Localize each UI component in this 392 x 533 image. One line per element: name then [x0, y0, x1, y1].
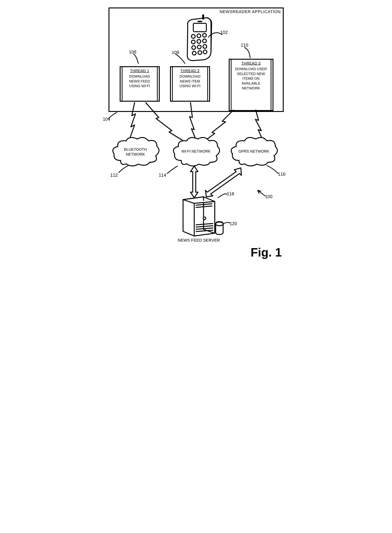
- diagram-canvas: NEWSREADER APPLICATION: [103, 6, 289, 259]
- server-label: NEWS FEED SERVER: [177, 238, 220, 243]
- server-icon: [177, 192, 226, 239]
- svg-point-17: [203, 217, 206, 219]
- svg-point-22: [216, 222, 223, 226]
- figure-label: Fig. 1: [251, 246, 282, 259]
